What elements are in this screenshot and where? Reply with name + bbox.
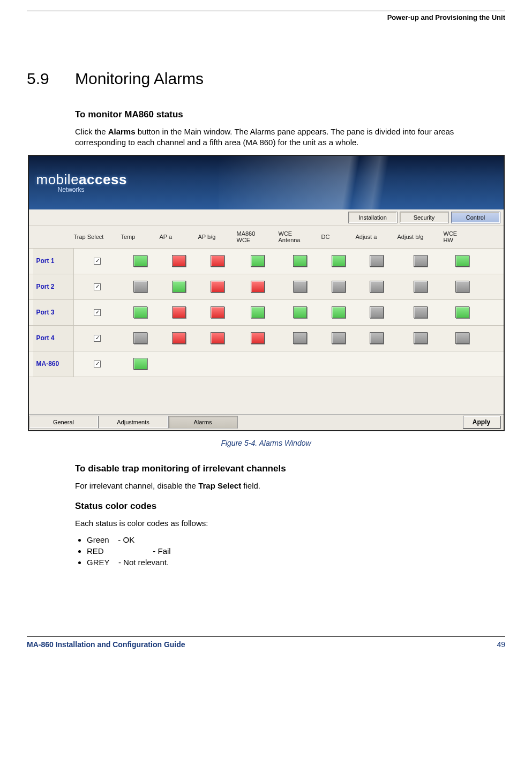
alarm-row: Port 4 [29,325,504,351]
status-cell [160,332,198,344]
status-cell [356,281,398,292]
trap-select-checkbox[interactable] [94,361,101,368]
col-temp: Temp [121,234,160,241]
status-cell [121,332,160,344]
row-label: Port 1 [33,249,74,274]
status-led [133,332,147,344]
page-footer: MA-860 Installation and Configuration Gu… [27,636,505,649]
status-led [332,255,346,267]
status-led [172,306,186,318]
status-cell [198,332,237,344]
status-cell [160,306,198,318]
status-led [455,332,469,344]
empty-area [29,377,504,414]
status-cell [198,255,237,267]
status-led [251,306,265,318]
status-led [133,358,147,370]
status-cell [444,306,481,318]
status-cell [160,281,198,292]
col-ap-a: AP a [160,234,198,241]
status-cell [321,281,356,292]
status-cell [321,332,356,344]
status-cell [398,306,444,318]
tab-control[interactable]: Control [451,212,500,223]
col-wce-hw: WCE HW [444,230,481,244]
status-cell [198,306,237,318]
section-number: 5.9 [27,70,75,88]
col-ma860-wce: MA860 WCE [237,230,279,244]
trap-select-cell [74,309,121,316]
tab-general[interactable]: General [29,416,99,429]
status-led [370,332,384,344]
col-dc: DC [321,234,356,241]
status-cell [279,306,321,318]
col-wce-antenna: WCE Antenna [279,230,321,244]
trap-select-checkbox[interactable] [94,258,101,265]
tab-alarms[interactable]: Alarms [168,416,238,429]
status-led [455,281,469,292]
footer-page-number: 49 [497,640,505,649]
paragraph-3: Each status is color codes as follows: [75,518,505,529]
status-led [414,255,428,267]
status-cell [321,255,356,267]
status-cell [121,358,160,370]
col-ap-bg: AP b/g [198,234,237,241]
status-led [455,306,469,318]
trap-select-checkbox[interactable] [94,335,101,342]
status-cell [444,332,481,344]
status-led [251,255,265,267]
status-cell [398,332,444,344]
status-cell [121,281,160,292]
status-cell [237,306,279,318]
subheading-color-codes: Status color codes [75,501,505,512]
status-led [133,255,147,267]
status-cell [444,281,481,292]
status-cell [121,306,160,318]
status-led [332,332,346,344]
footer-title: MA-860 Installation and Configuration Gu… [27,640,185,649]
tab-security[interactable]: Security [400,212,449,223]
status-led [414,332,428,344]
trap-select-cell [74,335,121,342]
code-grey: GREY - Not relevant. [87,558,505,567]
tab-adjustments[interactable]: Adjustments [99,416,168,429]
apply-button[interactable]: Apply [463,416,500,429]
trap-select-checkbox[interactable] [94,309,101,316]
app-banner: mobileaccess Networks [29,156,504,209]
row-label: Port 4 [33,326,74,351]
figure-caption: Figure 5-4. Alarms Window [27,439,505,447]
status-led [414,306,428,318]
alarms-window: mobileaccess Networks Installation Secur… [28,155,505,431]
trap-select-cell [74,361,121,368]
status-led [455,255,469,267]
col-trap-select: Trap Select [74,234,121,241]
status-cell [398,281,444,292]
trap-select-cell [74,258,121,265]
col-adjust-a: Adjust a [356,234,398,241]
row-label: Port 3 [33,300,74,325]
row-label: MA-860 [33,351,74,377]
status-led [293,306,307,318]
status-cell [356,255,398,267]
alarm-row: MA-860 [29,351,504,377]
col-adjust-bg: Adjust b/g [398,234,444,241]
status-led [211,306,224,318]
status-cell [237,281,279,292]
trap-select-checkbox[interactable] [94,283,101,290]
trap-select-cell [74,283,121,290]
bottom-tab-bar: General Adjustments Alarms Apply [29,414,504,430]
status-cell [356,306,398,318]
alarm-row: Port 1 [29,248,504,274]
status-led [332,281,346,292]
status-led [251,281,265,292]
status-led [370,281,384,292]
paragraph-1: Click the Alarms button in the Main wind… [75,126,505,148]
tab-installation[interactable]: Installation [348,212,398,223]
status-cell [160,255,198,267]
subheading-monitor: To monitor MA860 status [75,109,505,120]
alarm-row: Port 2 [29,274,504,299]
status-cell [121,255,160,267]
status-led [293,332,307,344]
status-led [414,281,428,292]
status-cell [356,332,398,344]
